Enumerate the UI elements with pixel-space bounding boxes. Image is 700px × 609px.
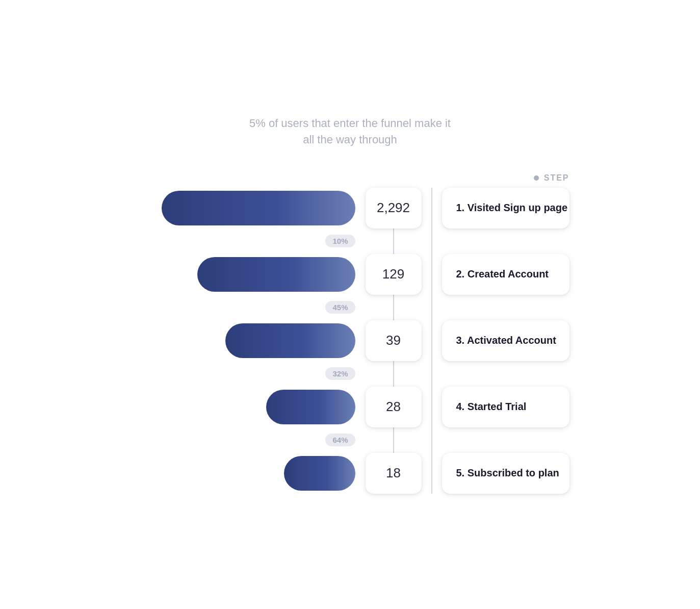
funnel-step-row: 1292. Created Account [131,254,569,295]
connector-line-area [422,453,442,494]
step-box: 3. Activated Account [442,320,569,361]
pct-spacer: 32% [131,367,366,380]
between-row: 64% [131,427,569,453]
count-box: 28 [366,387,422,427]
between-row: 45% [131,295,569,320]
step-box: 1. Visited Sign up page [442,188,569,229]
connector-line-area [422,320,442,361]
step-box: 4. Started Trial [442,387,569,427]
between-right-line [422,295,442,320]
funnel-bar [284,456,355,491]
funnel-bar [162,191,355,225]
chart-container: 5% of users that enter the funnel make i… [121,95,580,514]
count-box: 2,292 [366,188,422,229]
between-right-line [422,427,442,453]
funnel-step-row: 185. Subscribed to plan [131,453,569,494]
funnel-bar [225,323,355,358]
between-connector [366,361,422,387]
pct-spacer: 10% [131,235,366,247]
step-box: 5. Subscribed to plan [442,453,569,494]
funnel-step-row: 284. Started Trial [131,387,569,427]
step-header-dot [534,175,539,181]
connector-line-area [422,188,442,229]
between-right-line [422,361,442,387]
bar-area [131,323,366,358]
connector-line-area [422,254,442,295]
chart-subtitle: 5% of users that enter the funnel make i… [131,115,569,148]
funnel-step-row: 2,2921. Visited Sign up page [131,188,569,229]
count-box: 18 [366,453,422,494]
between-row: 10% [131,229,569,254]
funnel-step-row: 393. Activated Account [131,320,569,361]
between-right-line [422,229,442,254]
funnel-bar [266,390,355,424]
count-box: 39 [366,320,422,361]
between-row: 32% [131,361,569,387]
bar-area [131,390,366,424]
step-header-row: STEP [131,173,569,183]
bar-area [131,257,366,292]
pct-spacer: 45% [131,301,366,314]
between-connector [366,295,422,320]
pct-badge: 10% [325,235,355,247]
between-connector [366,229,422,254]
bar-area [131,456,366,491]
pct-badge: 32% [325,367,355,380]
connector-line-area [422,387,442,427]
between-connector [366,427,422,453]
funnel-bar [197,257,355,292]
count-box: 129 [366,254,422,295]
bar-area [131,191,366,225]
pct-badge: 64% [325,434,355,446]
pct-badge: 45% [325,301,355,314]
step-header-label: STEP [544,173,569,183]
funnel-rows: 2,2921. Visited Sign up page10%1292. Cre… [131,188,569,494]
step-box: 2. Created Account [442,254,569,295]
pct-spacer: 64% [131,434,366,446]
